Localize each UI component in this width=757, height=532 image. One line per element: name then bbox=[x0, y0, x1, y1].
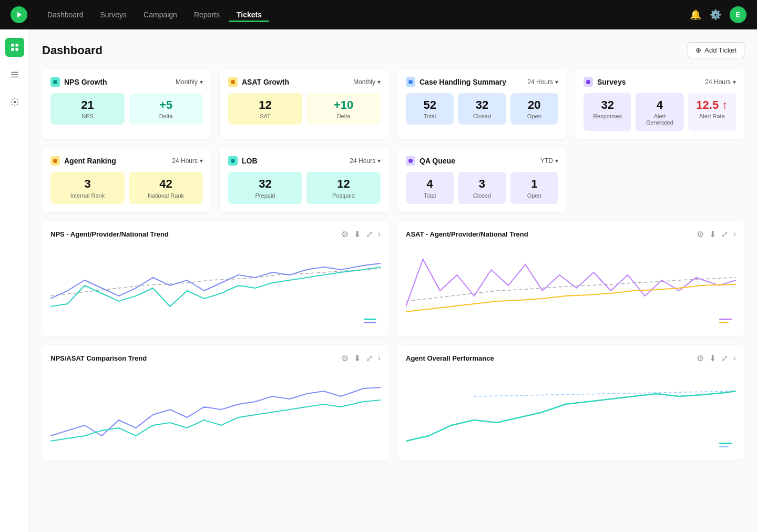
nav-campaign[interactable]: Campaign bbox=[136, 7, 185, 22]
chart-comparison-settings-icon[interactable]: ⚙ bbox=[341, 353, 349, 363]
sidebar-item-list[interactable] bbox=[5, 65, 24, 84]
chart-nps-next-icon[interactable]: › bbox=[378, 229, 381, 239]
card-nps-header: NPS Growth Monthly ▾ bbox=[50, 77, 203, 87]
surveys-chevron-icon: ▾ bbox=[733, 78, 736, 86]
qa-filter[interactable]: YTD ▾ bbox=[540, 157, 558, 165]
case-filter[interactable]: 24 Hours ▾ bbox=[527, 78, 558, 86]
chart-asat-download-icon[interactable]: ⬇ bbox=[709, 229, 716, 239]
chart-agent-perf-next-icon[interactable]: › bbox=[733, 353, 736, 363]
nps-title: NPS Growth bbox=[64, 78, 107, 86]
chart-agent-performance: Agent Overall Performance ⚙ ⬇ ⤢ › bbox=[397, 345, 744, 461]
surveys-alert-gen-value: 4 bbox=[642, 98, 677, 112]
agent-chevron-icon: ▾ bbox=[200, 157, 203, 165]
agent-dot bbox=[50, 156, 60, 166]
lob-metric-postpaid: 12 Postpaid bbox=[306, 172, 381, 203]
qa-dot bbox=[406, 156, 415, 166]
chart-asat-svg-area bbox=[406, 243, 736, 328]
add-ticket-icon: ⊕ bbox=[695, 46, 701, 54]
chart-nps-settings-icon[interactable]: ⚙ bbox=[341, 229, 349, 239]
svg-rect-1 bbox=[15, 44, 18, 46]
lob-metric-prepaid: 32 Prepaid bbox=[228, 172, 302, 203]
case-dot bbox=[406, 77, 415, 87]
add-ticket-button[interactable]: ⊕ Add Ticket bbox=[688, 42, 744, 58]
asat-chevron-icon: ▾ bbox=[377, 78, 381, 86]
svg-point-7 bbox=[13, 101, 16, 104]
qa-metric-total: 4 Total bbox=[406, 172, 454, 203]
qa-metric-open: 1 Open bbox=[510, 172, 558, 203]
surveys-alert-rate-label: Alert Rate bbox=[694, 113, 730, 119]
chart-agent-perf-settings-icon[interactable]: ⚙ bbox=[697, 353, 704, 363]
nps-value: 21 bbox=[57, 98, 118, 112]
notifications-icon[interactable]: 🔔 bbox=[690, 9, 701, 21]
nps-filter[interactable]: Monthly ▾ bbox=[176, 78, 203, 86]
nav-links: Dashboard Surveys Campaign Reports Ticke… bbox=[40, 7, 686, 22]
chart-nps-download-icon[interactable]: ⬇ bbox=[354, 229, 361, 239]
lob-filter-label: 24 Hours bbox=[350, 157, 375, 165]
agent-metric-internal: 3 Internal Rank bbox=[50, 172, 125, 203]
case-metric-total: 52 Total bbox=[406, 93, 454, 125]
chart-asat-expand-icon[interactable]: ⤢ bbox=[721, 229, 728, 239]
case-filter-label: 24 Hours bbox=[527, 78, 553, 86]
chart-agent-perf-download-icon[interactable]: ⬇ bbox=[709, 353, 716, 363]
app-logo[interactable] bbox=[11, 6, 27, 23]
asat-metrics: 12 SAT +10 Delta bbox=[228, 93, 381, 125]
nav-reports[interactable]: Reports bbox=[187, 7, 227, 22]
chart-nps-expand-icon[interactable]: ⤢ bbox=[366, 229, 373, 239]
agent-metrics: 3 Internal Rank 42 National Rank bbox=[50, 172, 203, 203]
asat-sat-label: SAT bbox=[234, 113, 296, 119]
empty-col bbox=[575, 148, 744, 212]
lob-filter[interactable]: 24 Hours ▾ bbox=[350, 157, 381, 165]
surveys-title: Surveys bbox=[597, 78, 626, 86]
lob-postpaid-label: Postpaid bbox=[313, 192, 374, 199]
agent-filter[interactable]: 24 Hours ▾ bbox=[172, 157, 203, 165]
nps-delta-label: Delta bbox=[135, 113, 197, 119]
chart-comparison-title: NPS/ASAT Comparison Trend bbox=[50, 354, 147, 362]
surveys-alert-rate-value: 12.5 ↑ bbox=[694, 98, 730, 112]
chart-asat-settings-icon[interactable]: ⚙ bbox=[697, 229, 704, 239]
settings-icon[interactable]: ⚙️ bbox=[710, 9, 721, 21]
chart-comparison-header: NPS/ASAT Comparison Trend ⚙ ⬇ ⤢ › bbox=[50, 353, 381, 363]
nav-dashboard[interactable]: Dashboard bbox=[40, 7, 91, 22]
case-open-label: Open bbox=[517, 113, 552, 119]
chart-agent-perf-title: Agent Overall Performance bbox=[406, 354, 494, 362]
user-avatar[interactable]: E bbox=[730, 6, 746, 23]
qa-metrics: 4 Total 3 Closed 1 Open bbox=[406, 172, 558, 203]
charts-row-2: NPS/ASAT Comparison Trend ⚙ ⬇ ⤢ › bbox=[42, 345, 744, 461]
chart-asat-header: ASAT - Agent/Provider/National Trend ⚙ ⬇… bbox=[406, 229, 736, 239]
sidebar bbox=[0, 29, 29, 532]
surveys-filter-label: 24 Hours bbox=[705, 78, 731, 86]
agent-internal-value: 3 bbox=[57, 177, 118, 191]
card-surveys-header: Surveys 24 Hours ▾ bbox=[584, 77, 736, 87]
chart-comparison-actions: ⚙ ⬇ ⤢ › bbox=[341, 353, 381, 363]
agent-internal-label: Internal Rank bbox=[57, 192, 118, 199]
chart-nps-actions: ⚙ ⬇ ⤢ › bbox=[341, 229, 381, 239]
app-layout: Dashboard ⊕ Add Ticket NPS Growth Monthl… bbox=[0, 29, 757, 532]
card-agent-header: Agent Ranking 24 Hours ▾ bbox=[50, 156, 203, 166]
qa-open-value: 1 bbox=[517, 177, 552, 191]
asat-filter[interactable]: Monthly ▾ bbox=[353, 78, 381, 86]
chart-asat-next-icon[interactable]: › bbox=[733, 229, 736, 239]
svg-rect-4 bbox=[11, 72, 18, 73]
nav-tickets[interactable]: Tickets bbox=[229, 7, 269, 22]
asat-title: ASAT Growth bbox=[242, 78, 289, 86]
card-asat-growth: ASAT Growth Monthly ▾ 12 SAT +10 Delta bbox=[220, 69, 389, 139]
qa-closed-label: Closed bbox=[464, 192, 499, 199]
asat-dot bbox=[228, 77, 238, 87]
sidebar-item-dashboard[interactable] bbox=[5, 38, 24, 57]
chart-comparison-expand-icon[interactable]: ⤢ bbox=[366, 353, 373, 363]
chart-comparison-download-icon[interactable]: ⬇ bbox=[354, 353, 361, 363]
add-ticket-label: Add Ticket bbox=[704, 46, 736, 54]
surveys-responses-label: Responses bbox=[590, 113, 625, 119]
page-header: Dashboard ⊕ Add Ticket bbox=[42, 42, 744, 58]
chart-agent-perf-expand-icon[interactable]: ⤢ bbox=[721, 353, 728, 363]
chart-agent-perf-legend bbox=[719, 443, 732, 447]
agent-metric-national: 42 National Rank bbox=[129, 172, 203, 203]
surveys-responses-value: 32 bbox=[590, 98, 625, 112]
nav-surveys[interactable]: Surveys bbox=[93, 7, 135, 22]
chart-comparison-next-icon[interactable]: › bbox=[378, 353, 381, 363]
surveys-filter[interactable]: 24 Hours ▾ bbox=[705, 78, 736, 86]
cards-row-2: Agent Ranking 24 Hours ▾ 3 Internal Rank… bbox=[42, 148, 744, 212]
card-agent-title-group: Agent Ranking bbox=[50, 156, 116, 166]
sidebar-item-widget[interactable] bbox=[5, 93, 24, 111]
charts-row-1: NPS - Agent/Provider/National Trend ⚙ ⬇ … bbox=[42, 221, 744, 336]
